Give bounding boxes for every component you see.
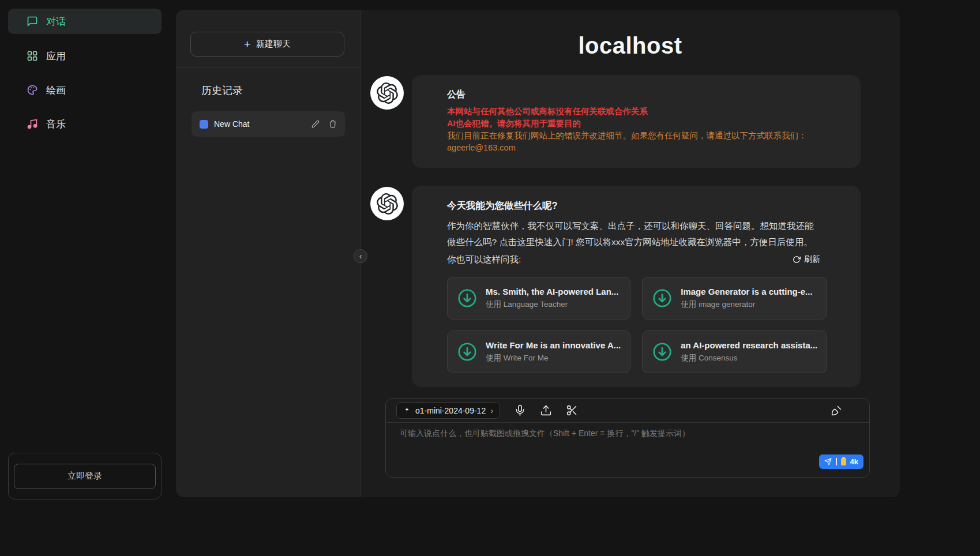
welcome-body: 作为你的智慧伙伴，我不仅可以写文案、出点子，还可以和你聊天、回答问题。想知道我还… [447,218,820,250]
refresh-button[interactable]: 刷新 [793,254,820,265]
app-root: 对话 应用 绘画 音乐 立即登录 + [0,0,980,556]
sidebar-item-music[interactable]: 音乐 [8,111,162,137]
delete-icon[interactable] [329,120,337,128]
edit-icon[interactable] [311,120,320,128]
welcome-card: 今天我能为您做些什么呢? 作为你的智慧伙伴，我不仅可以写文案、出点子，还可以和你… [412,186,861,387]
palette-icon [27,84,38,96]
send-button[interactable]: 4k [819,454,863,469]
sidebar-item-label: 绘画 [46,84,66,97]
announcement-card: 公告 本网站与任何其他公司或商标没有任何关联或合作关系 AI也会犯错。请勿将其用… [412,75,861,168]
welcome-title: 今天我能为您做些什么呢? [447,200,820,212]
suggestion-title: an AI-powered research assista... [681,340,817,350]
refresh-icon [793,256,801,264]
arrow-down-circle-icon [457,288,478,309]
arrow-down-circle-icon [457,341,478,362]
openai-logo-icon [377,82,398,104]
announcement-email: ageerle@163.com [447,142,820,154]
upload-button[interactable] [540,404,552,416]
clean-button[interactable] [831,404,843,416]
new-chat-button[interactable]: + 新建聊天 [190,32,344,57]
assistant-avatar [370,76,404,110]
chevron-left-icon: ‹ [359,251,362,261]
suggestion-title: Write For Me is an innovative A... [486,340,621,350]
suggestion-card[interactable]: Write For Me is an innovative A... 使用 Wr… [447,330,630,373]
scissors-button[interactable] [566,404,578,416]
sidebar-item-label: 应用 [46,50,66,63]
suggestion-grid: Ms. Smith, the AI-powered Lan... 使用 Lang… [447,277,820,373]
plus-icon: + [244,39,250,50]
model-selector[interactable]: o1-mini-2024-09-12 › [396,402,500,419]
chat-item-title: New Chat [214,119,302,129]
chat-list-item[interactable]: New Chat [192,111,345,137]
chat-avatar-icon [200,120,208,129]
openai-logo-icon [377,193,398,215]
announcement-line: 本网站与任何其他公司或商标没有任何关联或合作关系 [447,106,820,118]
login-box: 立即登录 [8,453,162,499]
suggestion-card[interactable]: an AI-powered research assista... 使用 Con… [642,330,827,373]
divider [176,67,360,68]
arrow-down-circle-icon [652,288,673,309]
sidebar-item-apps[interactable]: 应用 [8,43,162,69]
token-count: 4k [850,457,858,466]
composer: o1-mini-2024-09-12 › [385,398,870,478]
chat-icon [27,16,38,27]
model-label: o1-mini-2024-09-12 [415,406,486,415]
new-chat-label: 新建聊天 [256,39,291,50]
login-button[interactable]: 立即登录 [14,464,156,489]
suggestion-card[interactable]: Image Generator is a cutting-e... 使用 ima… [642,277,827,320]
suggestion-card[interactable]: Ms. Smith, the AI-powered Lan... 使用 Lang… [447,277,630,320]
page-title: localhost [361,33,900,59]
announcement-line: AI也会犯错。请勿将其用于重要目的 [447,118,820,130]
collapse-sidebar-button[interactable]: ‹ [354,249,367,263]
sidebar-item-chat[interactable]: 对话 [8,9,162,34]
suggestion-title: Image Generator is a cutting-e... [681,287,812,296]
ask-hint: 你也可以这样问我: [447,251,521,268]
suggestion-subtitle: 使用 Language Teacher [486,299,618,310]
arrow-down-circle-icon [652,341,673,362]
battery-icon [841,458,846,465]
sidebar-item-drawing[interactable]: 绘画 [8,77,162,103]
mic-button[interactable] [514,404,526,416]
music-icon [27,118,38,130]
sidebar: 对话 应用 绘画 音乐 立即登录 [0,0,170,556]
suggestion-subtitle: 使用 Consensus [681,353,817,363]
workspace: + 新建聊天 历史记录 New Chat ‹ localhost [176,10,900,497]
sparkle-icon [403,407,411,414]
message-input[interactable] [400,429,857,456]
chat-main-panel: localhost 公告 本网站与任何其他公司或商标没有任何关联或合作关系 AI… [361,10,900,497]
assistant-avatar [370,187,404,220]
send-icon [824,458,832,465]
sidebar-item-label: 音乐 [46,118,66,131]
announcement-title: 公告 [447,89,820,101]
composer-toolbar: o1-mini-2024-09-12 › [386,399,869,423]
suggestion-subtitle: 使用 Write For Me [486,353,621,363]
history-heading: 历史记录 [201,84,243,97]
chat-list-panel: + 新建聊天 历史记录 New Chat [176,10,361,497]
sidebar-item-label: 对话 [46,15,66,28]
announcement-line: 我们目前正在修复我们网站上的错误并改进细节。如果您有任何疑问，请通过以下方式联系… [447,130,820,142]
refresh-label: 刷新 [804,254,820,265]
chevron-right-icon: › [490,405,493,415]
suggestion-title: Ms. Smith, the AI-powered Lan... [486,287,618,296]
divider [836,458,837,465]
apps-icon [27,50,38,62]
suggestion-subtitle: 使用 image generator [681,299,812,310]
